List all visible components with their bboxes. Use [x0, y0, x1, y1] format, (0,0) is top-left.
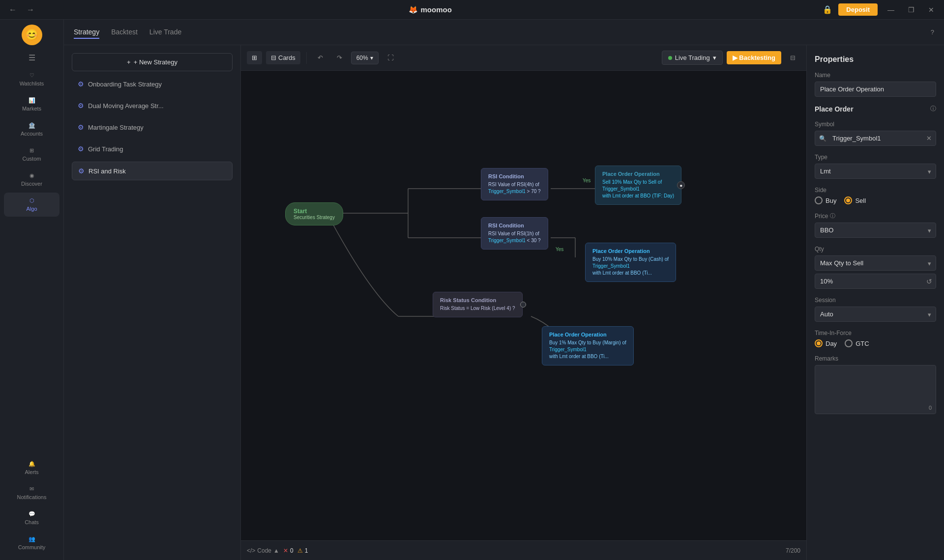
symbol-input[interactable]: [830, 131, 922, 145]
symbol-clear-button[interactable]: ✕: [922, 135, 936, 142]
strategy-icon: ⚙: [78, 102, 84, 110]
risk-text: Risk Status = Low Risk (Level 4) ?: [440, 305, 515, 312]
zoom-button[interactable]: 60% ▾: [351, 52, 379, 64]
markets-icon: 📊: [29, 97, 35, 104]
price-select[interactable]: BBO Market Limit: [815, 223, 936, 238]
maximize-button[interactable]: ❐: [904, 5, 918, 15]
sidebar-item-discover[interactable]: ◉ Discover: [4, 168, 59, 192]
side-buy-option[interactable]: Buy: [815, 196, 836, 204]
remarks-count: 0: [929, 405, 932, 411]
sidebar-collapse-button[interactable]: ☰: [29, 53, 35, 62]
name-input[interactable]: [815, 82, 936, 97]
side-sell-option[interactable]: Sell: [844, 196, 866, 204]
strategy-icon: ⚙: [78, 167, 85, 175]
algo-label: Algo: [26, 206, 37, 212]
chats-label: Chats: [25, 519, 39, 525]
place-order-title: Place Order: [815, 105, 854, 113]
plus-icon: +: [127, 58, 131, 66]
rsi2-text: RSI Value of RSI(1h) of Trigger_Symbol1 …: [488, 230, 541, 244]
zoom-label: 60%: [356, 55, 368, 61]
node-order-buy-bottom[interactable]: Place Order Operation Buy 1% Max Qty to …: [542, 326, 634, 365]
price-select-wrap: BBO Market Limit: [815, 223, 936, 238]
tab-backtest[interactable]: Backtest: [111, 26, 138, 39]
sidebar-item-notifications[interactable]: ✉ Notifications: [4, 481, 59, 505]
redo-button[interactable]: ↷: [332, 51, 347, 64]
tab-live-trade[interactable]: Live Trade: [149, 26, 181, 39]
live-trading-button[interactable]: Live Trading ▾: [662, 51, 723, 65]
session-select[interactable]: Auto Regular Extended: [815, 307, 936, 322]
backtesting-button[interactable]: ▶ Backtesting: [727, 51, 781, 64]
strategy-dual-ma[interactable]: ⚙ Dual Moving Average Str...: [72, 97, 233, 114]
sidebar-item-algo[interactable]: ⬡ Algo: [4, 193, 59, 217]
strategy-martingale-label: Martingale Strategy: [88, 124, 144, 131]
strategy-rsi-risk[interactable]: ⚙ RSI and Risk: [72, 162, 233, 180]
type-select[interactable]: Lmt Mkt Stop: [815, 164, 936, 179]
sidebar-item-watchlists[interactable]: ♡ Watchlists: [4, 67, 59, 91]
tif-field: Time-In-Force Day GTC: [815, 330, 936, 347]
panels-button[interactable]: ⊞: [247, 51, 262, 64]
sidebar-item-accounts[interactable]: 🏦 Accounts: [4, 117, 59, 141]
redo-icon: ↷: [337, 54, 342, 61]
qty-percent-input[interactable]: [815, 274, 936, 289]
back-button[interactable]: ←: [6, 4, 20, 15]
undo-button[interactable]: ↶: [313, 51, 328, 64]
custom-icon: ⊞: [30, 147, 34, 154]
new-strategy-label: + New Strategy: [134, 58, 177, 66]
node-order-buy-top[interactable]: Place Order Operation Buy 10% Max Qty to…: [585, 243, 676, 282]
tif-gtc-option[interactable]: GTC: [845, 339, 869, 347]
sidebar-item-chats[interactable]: 💬 Chats: [4, 506, 59, 530]
tab-strategy[interactable]: Strategy: [74, 26, 99, 39]
layout-button[interactable]: ⊟: [785, 51, 800, 64]
sidebar-item-alerts[interactable]: 🔔 Alerts: [4, 456, 59, 480]
strategy-martingale[interactable]: ⚙ Martingale Strategy: [72, 118, 233, 136]
price-label: Price ⓘ: [815, 212, 936, 220]
cards-button[interactable]: ⊟ Cards: [266, 51, 300, 64]
qty-reset-button[interactable]: ↺: [926, 278, 932, 285]
deposit-button[interactable]: Deposit: [838, 3, 878, 16]
close-button[interactable]: ✕: [924, 5, 938, 15]
sidebar-nav: ♡ Watchlists 📊 Markets 🏦 Accounts ⊞ Cust…: [0, 67, 63, 451]
sidebar-item-markets[interactable]: 📊 Markets: [4, 92, 59, 116]
rsi2-title: RSI Condition: [488, 223, 541, 228]
strategy-icon: ⚙: [78, 123, 84, 131]
node-risk[interactable]: Risk Status Condition Risk Status = Low …: [433, 292, 523, 317]
help-icon[interactable]: ?: [931, 28, 934, 36]
node-order-sell[interactable]: Place Order Operation Sell 10% Max Qty t…: [595, 166, 681, 205]
strategy-onboarding-label: Onboarding Task Strategy: [88, 81, 162, 88]
node-rsi-1[interactable]: RSI Condition RSI Value of RSI(4h) of Tr…: [481, 168, 548, 200]
remarks-area[interactable]: 0: [815, 365, 936, 414]
live-trading-label: Live Trading: [675, 54, 710, 61]
error-badge: ✕ 0: [283, 547, 294, 554]
error-count: 0: [290, 547, 294, 554]
fullscreen-icon: ⛶: [387, 54, 394, 61]
code-button[interactable]: </> Code ▲: [247, 547, 279, 554]
canvas: Yes Yes Yes Start Securities Strategy RS…: [241, 71, 806, 540]
sell-label: Sell: [855, 197, 866, 204]
side-label: Side: [815, 187, 936, 194]
brand-logo: 🦊 moomoo: [409, 5, 452, 14]
minimize-button[interactable]: —: [884, 5, 898, 15]
node-rsi-2[interactable]: RSI Condition RSI Value of RSI(1h) of Tr…: [481, 217, 548, 250]
tif-day-option[interactable]: Day: [815, 339, 837, 347]
sidebar-item-custom[interactable]: ⊞ Custom: [4, 142, 59, 167]
code-icon: </>: [247, 547, 255, 554]
left-sidebar: 😊 ☰ ♡ Watchlists 📊 Markets 🏦 Accounts ⊞ …: [0, 20, 64, 560]
type-field: Type Lmt Mkt Stop: [815, 154, 936, 179]
fullscreen-button[interactable]: ⛶: [383, 51, 399, 64]
strategy-onboarding[interactable]: ⚙ Onboarding Task Strategy: [72, 75, 233, 93]
community-label: Community: [18, 544, 46, 550]
gtc-label: GTC: [856, 340, 869, 347]
separator: [306, 52, 307, 64]
new-strategy-button[interactable]: + + New Strategy: [72, 53, 233, 71]
strategy-grid[interactable]: ⚙ Grid Trading: [72, 140, 233, 158]
avatar: 😊: [22, 25, 42, 45]
accounts-label: Accounts: [21, 131, 43, 137]
watchlists-icon: ♡: [30, 72, 34, 79]
qty-select-wrap: Max Qty to Sell Max Qty to Buy Custom: [815, 255, 936, 271]
forward-button[interactable]: →: [24, 4, 37, 15]
custom-label: Custom: [23, 156, 41, 162]
sidebar-item-community[interactable]: 👥 Community: [4, 531, 59, 555]
qty-select[interactable]: Max Qty to Sell Max Qty to Buy Custom: [815, 255, 936, 271]
discover-label: Discover: [21, 181, 42, 187]
day-radio-circle: [815, 339, 823, 347]
